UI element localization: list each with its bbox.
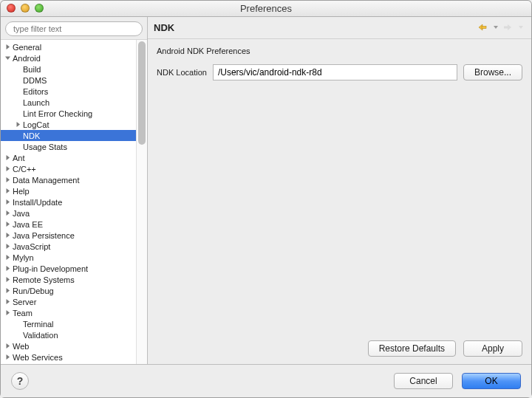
tree-item-lint-error-checking[interactable]: Lint Error Checking [1,108,147,119]
ndk-location-input[interactable] [213,64,457,80]
ndk-location-label: NDK Location [157,68,207,77]
tree-item-ant[interactable]: Ant [1,152,147,163]
dialog-footer: ? Cancel OK [1,365,531,397]
tree-item-usage-stats[interactable]: Usage Stats [1,141,147,152]
preferences-tree[interactable]: GeneralAndroidBuildDDMSEditorsLaunchLint… [1,40,147,364]
content-spacer [157,80,522,334]
tree-item-label: Java EE [12,220,43,229]
tree-item-label: Web [12,342,29,351]
tree-item-web[interactable]: Web [1,340,147,351]
tree-item-terminal[interactable]: Terminal [1,318,147,329]
tree-item-java-ee[interactable]: Java EE [1,219,147,230]
disclosure-triangle-icon[interactable] [4,287,11,295]
disclosure-triangle-icon[interactable] [4,343,11,350]
tree-item-javascript[interactable]: JavaScript [1,241,147,252]
tree-item-label: Validation [22,331,58,340]
disclosure-triangle-icon[interactable] [4,298,11,306]
chevron-down-icon[interactable] [493,22,499,34]
tree-item-label: Ant [12,154,25,162]
content-bottom-buttons: Restore Defaults Apply [157,334,522,357]
disclosure-triangle-icon[interactable] [4,44,11,51]
tree-item-web-services[interactable]: Web Services [1,351,147,363]
tree-item-data-management[interactable]: Data Management [1,174,147,185]
tree-item-label: NDK [22,131,40,140]
tree-item-label: Data Management [12,176,80,185]
tree-item-install-update[interactable]: Install/Update [1,196,147,207]
disclosure-triangle-icon[interactable] [4,265,11,272]
tree-item-mylyn[interactable]: Mylyn [1,252,147,263]
disclosure-triangle-icon[interactable] [4,354,11,361]
scrollbar[interactable] [136,40,147,364]
filter-input[interactable] [5,21,143,36]
main-panel: NDK Android NDK Pre [148,17,531,364]
tree-item-run-debug[interactable]: Run/Debug [1,285,147,296]
main-header: NDK [148,17,531,39]
disclosure-triangle-icon[interactable] [4,176,11,184]
tree-item-remote-systems[interactable]: Remote Systems [1,274,147,285]
restore-defaults-button[interactable]: Restore Defaults [368,340,456,357]
disclosure-triangle-icon[interactable] [4,210,11,217]
tree-item-build[interactable]: Build [1,64,147,75]
browse-button[interactable]: Browse... [463,64,522,80]
tree-item-label: C/C++ [12,165,36,174]
tree-item-plug-in-development[interactable]: Plug-in Development [1,263,147,274]
tree-item-team[interactable]: Team [1,307,147,318]
tree-item-editors[interactable]: Editors [1,86,147,97]
cancel-button[interactable]: Cancel [394,373,453,389]
tree-item-label: Plug-in Development [12,264,88,273]
tree-item-c-c-[interactable]: C/C++ [1,163,147,174]
tree-item-launch[interactable]: Launch [1,97,147,108]
ndk-location-row: NDK Location Browse... [157,64,522,80]
disclosure-triangle-icon[interactable] [14,121,21,128]
tree-item-label: Build [22,65,41,74]
close-window-button[interactable] [7,4,16,13]
tree-item-general[interactable]: General [1,41,147,52]
disclosure-triangle-icon[interactable] [4,243,11,250]
disclosure-triangle-icon[interactable] [4,254,11,261]
ok-button[interactable]: OK [462,373,521,389]
tree-item-label: Help [12,187,30,196]
tree-spacer [14,132,21,140]
tree-spacer [14,332,21,339]
tree-spacer [14,77,21,84]
scrollbar-thumb[interactable] [138,41,146,145]
section-label: Android NDK Preferences [157,47,522,55]
disclosure-triangle-icon[interactable] [4,232,11,239]
tree-item-java[interactable]: Java [1,207,147,219]
tree-item-label: Web Services [12,353,63,362]
chevron-down-icon[interactable] [518,22,524,34]
tree-item-label: Team [12,309,33,318]
disclosure-triangle-icon[interactable] [4,221,11,228]
tree-item-ndk[interactable]: NDK [1,130,147,141]
tree-item-server[interactable]: Server [1,296,147,307]
tree-item-label: Mylyn [12,253,34,262]
tree-item-help[interactable]: Help [1,185,147,196]
tree-item-android[interactable]: Android [1,52,147,64]
filter-wrap [1,17,147,40]
tree-item-validation[interactable]: Validation [1,329,147,340]
window-title: Preferences [1,3,531,14]
tree-item-logcat[interactable]: LogCat [1,119,147,130]
disclosure-triangle-icon[interactable] [4,276,11,284]
disclosure-triangle-icon[interactable] [4,188,11,195]
svg-rect-0 [482,26,486,28]
apply-button[interactable]: Apply [463,340,522,357]
forward-arrow-icon[interactable] [502,22,515,34]
tree-item-ddms[interactable]: DDMS [1,75,147,86]
disclosure-triangle-icon[interactable] [4,165,11,173]
disclosure-triangle-icon[interactable] [4,199,11,206]
minimize-window-button[interactable] [21,4,30,13]
tree-spacer [14,143,21,151]
disclosure-triangle-icon[interactable] [4,309,11,317]
disclosure-triangle-icon[interactable] [4,154,11,162]
zoom-window-button[interactable] [35,4,44,13]
header-toolbar [477,22,524,34]
tree-spacer [14,110,21,117]
tree-item-java-persistence[interactable]: Java Persistence [1,230,147,241]
disclosure-triangle-icon[interactable] [4,55,11,62]
window-controls [7,4,44,13]
back-arrow-icon[interactable] [477,22,490,34]
help-button[interactable]: ? [11,372,29,390]
tree-item-label: Lint Error Checking [22,109,92,118]
tree-item-label: JavaScript [12,242,50,251]
